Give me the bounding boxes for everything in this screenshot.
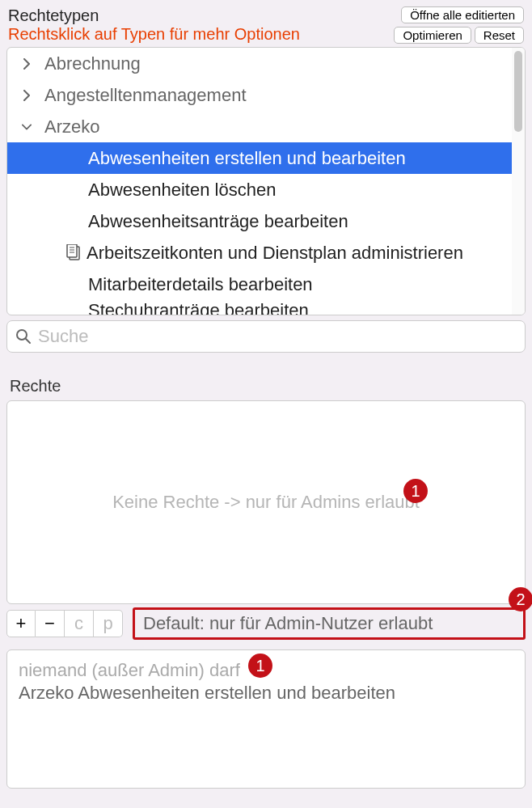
rights-type-tree: Abrechnung Angestelltenmanagement Arzeko… <box>6 47 526 315</box>
rechte-toolbar: + − c p Default: nur für Admin-Nutzer er… <box>6 607 526 640</box>
header-title: Rechtetypen <box>8 6 300 25</box>
summary-line-2: Arzeko Abwesenheiten erstellen und bearb… <box>19 683 513 704</box>
reset-button[interactable]: Reset <box>475 27 524 44</box>
rechte-list: Keine Rechte -> nur für Admins erlaubt 1 <box>6 400 526 604</box>
default-rule-text: Default: nur für Admin-Nutzer erlaubt <box>143 613 433 633</box>
tree-item-label: Abwesenheitsanträge bearbeiten <box>88 211 348 232</box>
tree-item-label: Arbeitszeitkonten und Dienstplan adminis… <box>87 243 463 264</box>
tree-item[interactable]: Mitarbeiterdetails bearbeiten <box>7 269 512 300</box>
annotation-badge-2: 2 <box>509 587 532 611</box>
open-all-edited-button[interactable]: Öffne alle editierten <box>401 6 524 23</box>
scrollbar-thumb[interactable] <box>514 51 522 132</box>
chevron-down-icon <box>22 121 33 133</box>
tree-item-label: Mitarbeiterdetails bearbeiten <box>88 274 313 295</box>
svg-rect-1 <box>67 244 77 257</box>
tree-group-label: Angestelltenmanagement <box>44 85 247 106</box>
paste-button[interactable]: p <box>94 610 123 637</box>
copy-button[interactable]: c <box>65 610 94 637</box>
document-icon <box>65 244 83 262</box>
tree-item-label: Abwesenheiten löschen <box>88 180 276 201</box>
header-subtitle: Rechtsklick auf Typen für mehr Optionen <box>8 25 300 44</box>
tree-item[interactable]: Abwesenheiten löschen <box>7 174 512 205</box>
add-button[interactable]: + <box>6 610 36 637</box>
tree-item[interactable]: Arbeitszeitkonten und Dienstplan adminis… <box>7 237 512 269</box>
svg-point-5 <box>17 330 27 340</box>
search-field-container <box>6 320 526 353</box>
chevron-right-icon <box>22 58 33 70</box>
optimize-button[interactable]: Optimieren <box>394 27 471 44</box>
annotation-badge-1: 1 <box>403 479 428 503</box>
tree-group-abrechnung[interactable]: Abrechnung <box>7 48 512 79</box>
tree-item-label: Stechuhranträge bearbeiten <box>88 300 309 315</box>
annotation-badge-1b: 1 <box>248 654 272 678</box>
tree-group-label: Abrechnung <box>44 53 141 74</box>
scrollbar[interactable] <box>512 48 525 315</box>
rechte-section-label: Rechte <box>10 377 532 396</box>
tree-item[interactable]: Stechuhranträge bearbeiten <box>7 300 512 315</box>
tree-item[interactable]: Abwesenheitsanträge bearbeiten <box>7 205 512 237</box>
summary-box: niemand (außer Admin) darf Arzeko Abwese… <box>6 649 526 789</box>
tree-group-label: Arzeko <box>44 116 99 137</box>
rechte-placeholder: Keine Rechte -> nur für Admins erlaubt <box>112 492 420 513</box>
tree-group-angestelltenmanagement[interactable]: Angestelltenmanagement <box>7 79 512 111</box>
chevron-right-icon <box>22 90 33 101</box>
remove-button[interactable]: − <box>36 610 65 637</box>
tree-item-label: Abwesenheiten erstellen und bearbeiten <box>88 148 406 169</box>
default-rule-highlight: Default: nur für Admin-Nutzer erlaubt 2 <box>133 607 526 640</box>
header: Rechtetypen Rechtsklick auf Typen für me… <box>0 0 532 47</box>
search-icon <box>15 328 32 345</box>
tree-group-arzeko[interactable]: Arzeko <box>7 111 512 142</box>
search-input[interactable] <box>38 326 517 347</box>
tree-item[interactable]: Abwesenheiten erstellen und bearbeiten <box>7 142 512 174</box>
svg-line-6 <box>26 339 30 343</box>
